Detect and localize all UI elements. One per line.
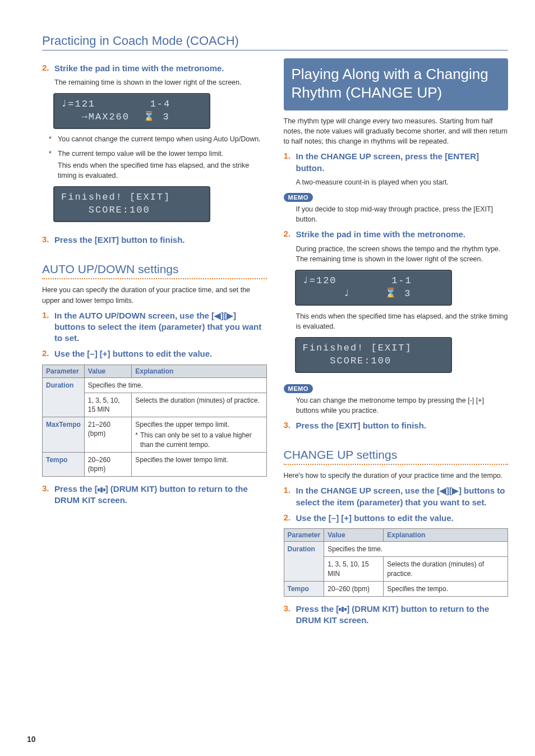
step3-title: Press the [EXIT] button to finish. (54, 234, 185, 246)
lcd-screen-tempo: ♩=120 1-1 ♩ ⌛ 3 (295, 270, 452, 306)
svg-rect-4 (342, 607, 344, 612)
svg-rect-0 (98, 488, 100, 491)
change-up-intro: The rhythm type will change every two me… (284, 116, 509, 146)
col-explanation: Explanation (384, 529, 508, 542)
cu-step1-body: A two-measure count-in is played when yo… (296, 177, 509, 187)
lcd-screen-tempo: ♩=121 1-4 →MAX260 ⌛ 3 (53, 93, 210, 129)
param-explanation: Specifies the tempo. (384, 581, 508, 596)
settings-step3: Press the [] (DRUM KIT) button to return… (54, 483, 267, 506)
step-number: 3. (284, 420, 293, 431)
col-value: Value (324, 529, 384, 542)
note-tempo-limit: The current tempo value will be the lowe… (58, 149, 267, 159)
cu-settings-step3: Press the [] (DRUM KIT) button to return… (296, 603, 509, 626)
drum-kit-icon (98, 487, 105, 493)
cu-settings-step2: Use the [–] [+] buttons to edit the valu… (296, 513, 454, 524)
asterisk-icon: * (49, 135, 54, 145)
parameters-table: Parameter Value Explanation Duration Spe… (42, 365, 267, 477)
page-title: Practicing in Coach Mode (COACH) (42, 34, 508, 50)
svg-rect-1 (100, 487, 103, 492)
memo-badge: MEMO (284, 384, 313, 393)
cu-step2-body2: This ends when the specified time has el… (296, 311, 509, 331)
param-value: 21–260 (bpm) (84, 417, 132, 453)
cu-step3-title: Press the [EXIT] button to finish. (296, 420, 427, 431)
step-number: 1. (42, 310, 51, 344)
step2-title: Strike the pad in time with the metronom… (54, 63, 224, 74)
col-parameter: Parameter (284, 529, 324, 542)
param-explanation: Selects the duration (minutes) of practi… (132, 393, 266, 417)
param-explanation: Specifies the upper tempo limit. *This c… (132, 417, 266, 453)
section-title-change-up: Playing Along with a Changing Rhythm (CH… (284, 58, 509, 110)
param-value: 1, 3, 5, 10, 15 MIN (84, 393, 132, 417)
divider (42, 278, 267, 279)
note-auto-updown: You cannot change the current tempo when… (58, 135, 261, 145)
memo1-body: If you decide to stop mid-way through pr… (296, 204, 509, 224)
param-value: 20–260 (bpm) (324, 581, 384, 596)
note-end: This ends when the specified time has el… (58, 161, 267, 181)
table-header-row: Parameter Value Explanation (43, 365, 267, 377)
page-number: 10 (27, 735, 36, 744)
table-row: Duration Specifies the time. (43, 377, 267, 393)
cu-step1-title: In the CHANGE UP screen, press the [ENTE… (296, 151, 509, 174)
col-parameter: Parameter (43, 365, 85, 377)
param-name: MaxTempo (43, 417, 85, 453)
col-explanation: Explanation (132, 365, 266, 377)
param-value: 1, 3, 5, 10, 15 MIN (324, 557, 384, 581)
param-name: Tempo (284, 581, 324, 596)
step-number: 2. (284, 229, 293, 240)
cu-settings-step1: In the CHANGE UP screen, use the [◀][▶] … (296, 485, 509, 508)
parameters-table: Parameter Value Explanation Duration Spe… (284, 528, 509, 597)
param-name: Duration (43, 377, 85, 417)
asterisk-icon: * (49, 149, 54, 181)
left-column: 2. Strike the pad in time with the metro… (42, 58, 267, 629)
step-number: 2. (284, 513, 293, 524)
param-value: 20–260 (bpm) (84, 452, 132, 476)
step-number: 1. (284, 151, 293, 174)
param-explanation: Selects the duration (minutes) of practi… (384, 557, 508, 581)
step-number: 3. (284, 603, 293, 626)
step-number: 3. (42, 483, 51, 506)
param-explanation: Specifies the lower tempo limit. (132, 452, 266, 476)
table-row: MaxTempo 21–260 (bpm) Specifies the uppe… (43, 417, 267, 453)
step-number: 2. (42, 348, 51, 359)
section-header-change-up: CHANGE UP settings (284, 448, 509, 462)
cu-step2-title: Strike the pad in time with the metronom… (296, 229, 466, 240)
cu-step2-body: During practice, the screen shows the te… (296, 244, 509, 264)
col-value: Value (84, 365, 132, 377)
step-number: 2. (42, 63, 51, 74)
step-number: 3. (42, 234, 51, 246)
table-row: Tempo 20–260 (bpm) Specifies the lower t… (43, 452, 267, 476)
param-spec: Specifies the time. (84, 377, 266, 393)
table-header-row: Parameter Value Explanation (284, 529, 508, 542)
memo-badge: MEMO (284, 193, 313, 202)
param-name: Tempo (43, 452, 85, 476)
right-column: Playing Along with a Changing Rhythm (CH… (284, 58, 509, 629)
settings-step1: In the AUTO UP/DOWN screen, use the [◀][… (54, 310, 267, 344)
settings-step2: Use the [–] [+] buttons to edit the valu… (54, 348, 212, 359)
section-header-auto-updown: AUTO UP/DOWN settings (42, 262, 267, 276)
step-number: 1. (284, 485, 293, 508)
step2-body: The remaining time is shown in the lower… (54, 77, 267, 87)
lcd-screen-finished: Finished! [EXIT] SCORE:100 (53, 186, 210, 222)
svg-rect-3 (339, 608, 341, 611)
divider (284, 464, 509, 465)
cu-section-intro: Here's how to specify the duration of yo… (284, 471, 509, 481)
memo2-body: You can change the metronome tempo by pr… (296, 395, 509, 416)
param-spec: Specifies the time. (324, 542, 508, 557)
param-name: Duration (284, 542, 324, 582)
table-row: Duration Specifies the time. (284, 542, 508, 557)
table-row: Tempo 20–260 (bpm) Specifies the tempo. (284, 581, 508, 596)
section-intro: Here you can specify the duration of you… (42, 285, 267, 305)
lcd-screen-finished: Finished! [EXIT] SCORE:100 (295, 337, 452, 373)
drum-kit-icon (339, 606, 347, 612)
